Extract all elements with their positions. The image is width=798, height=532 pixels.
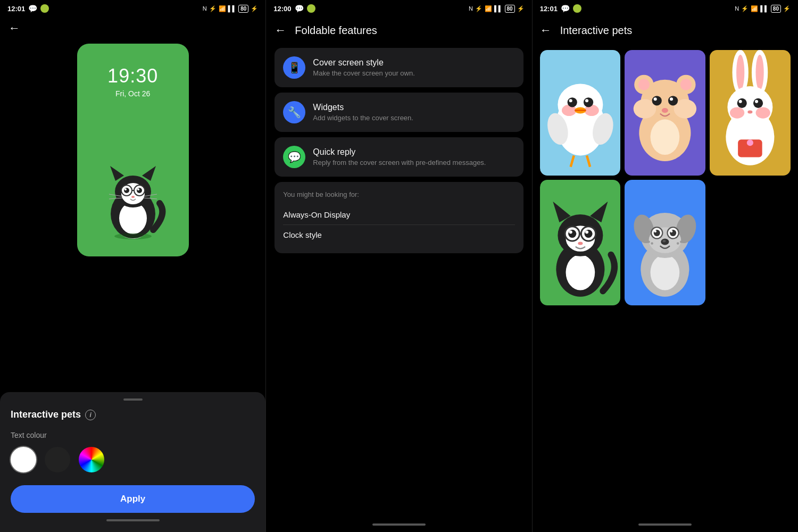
svg-point-74 [585,230,588,234]
pet-hamster[interactable] [625,50,705,176]
status-icons-1: N ⚡ 📶 ▌▌ 80 ⚡ [203,5,259,13]
msg-icon-2: 💬 [295,4,304,13]
svg-point-47 [651,119,680,155]
battery-3: 80 [771,5,781,13]
apply-button[interactable]: Apply [11,485,255,513]
svg-point-62 [747,139,753,146]
status-icons-2: N ⚡ 📶 ▌▌ 80 ⚡ [469,5,525,13]
back-button-3[interactable]: ← [540,23,552,37]
status-bar-1: 12:01 💬 N ⚡ 📶 ▌▌ 80 ⚡ [0,0,265,17]
quick-reply-icon: 💬 [283,146,305,168]
wifi-icon-1: 📶 [219,5,226,12]
signal-icon-2: ▌▌ [494,5,503,12]
svg-point-19 [114,233,152,239]
colour-rainbow[interactable] [79,447,104,472]
svg-point-51 [736,55,744,90]
signal-icon-3: ▌▌ [760,5,769,12]
pets-grid [540,50,791,305]
status-time-2: 12:00 💬 [273,4,315,13]
svg-point-94 [680,240,683,243]
info-icon[interactable]: i [85,410,96,420]
widgets-icon: 🔧 [283,101,305,123]
svg-marker-6 [142,166,156,181]
android-icon-1 [40,4,49,13]
svg-point-73 [569,230,572,234]
svg-point-9 [124,188,127,190]
bt-icon-3: ⚡ [741,5,749,12]
svg-point-71 [568,230,576,238]
msg-icon-3: 💬 [561,4,570,13]
pet-bird[interactable] [540,50,621,176]
suggestions-box: You might be looking for: Always-On Disp… [275,182,523,253]
svg-point-14 [131,196,135,198]
panel-1: 12:01 💬 N ⚡ 📶 ▌▌ 80 ⚡ ← 19:30 Fri, Oct 2… [0,0,265,532]
svg-point-40 [638,79,650,90]
svg-point-46 [662,108,668,113]
nav-title-3: Interactive pets [560,24,633,37]
time-1: 12:01 [7,5,25,13]
battery-1: 80 [238,5,248,13]
phone-preview: 19:30 Fri, Oct 26 [77,44,189,256]
feature-cover-screen[interactable]: 📱 Cover screen style Make the cover scre… [275,48,523,87]
svg-point-78 [651,255,680,290]
panel-3: 12:01 💬 N ⚡ 📶 ▌▌ 80 ⚡ ← Interactive pets [533,0,798,532]
status-bar-3: 12:01 💬 N ⚡ 📶 ▌▌ 80 ⚡ [533,0,798,17]
nfc-icon-3: N [735,5,739,12]
widgets-subtitle: Add widgets to the cover screen. [313,114,413,122]
cover-screen-icon: 📱 [283,56,305,79]
text-colour-label: Text colour [11,431,255,439]
charging-icon-2: ⚡ [517,5,525,12]
nfc-icon-2: N [469,5,473,12]
svg-point-60 [748,110,753,113]
svg-point-92 [648,240,651,243]
svg-point-91 [651,242,654,245]
feature-quick-reply[interactable]: 💬 Quick reply Reply from the cover scree… [275,137,523,177]
colour-white[interactable] [11,447,36,472]
pet-rabbit[interactable] [710,50,791,176]
phone-time: 19:30 [107,65,158,87]
quick-reply-subtitle: Reply from the cover screen with pre-def… [313,159,486,167]
svg-line-33 [587,155,590,167]
panel2-content: ← Foldable features 📱 Cover screen style… [266,17,531,517]
pet-black-cat[interactable] [540,180,621,305]
colour-options [11,447,255,472]
svg-point-27 [585,99,588,102]
svg-point-57 [753,98,763,108]
svg-point-25 [584,97,593,107]
android-icon-3 [573,4,581,13]
cat-illustration [98,155,168,240]
svg-point-24 [567,97,577,107]
svg-point-72 [584,230,592,238]
time-2: 12:00 [273,5,291,13]
svg-point-43 [668,96,678,105]
suggestion-clock[interactable]: Clock style [283,225,514,245]
status-bar-2: 12:00 💬 N ⚡ 📶 ▌▌ 80 ⚡ [266,0,531,17]
svg-point-54 [730,107,744,118]
svg-point-41 [680,79,692,90]
svg-point-11 [137,188,142,193]
svg-point-76 [578,242,583,245]
svg-point-64 [566,255,595,290]
cover-screen-text: Cover screen style Make the cover screen… [313,58,414,77]
colour-black[interactable] [45,447,70,472]
svg-point-12 [137,188,139,190]
svg-point-45 [670,97,673,101]
back-button-2[interactable]: ← [275,23,286,37]
status-time-3: 12:01 💬 [540,4,581,13]
msg-icon-1: 💬 [28,4,37,13]
phone-date: Fri, Oct 26 [115,89,150,98]
svg-line-32 [570,155,573,167]
back-button-1[interactable]: ← [9,21,20,35]
android-icon-2 [307,4,315,13]
svg-point-59 [755,100,758,103]
cover-screen-subtitle: Make the cover screen your own. [313,69,414,77]
quick-reply-text: Quick reply Reply from the cover screen … [313,147,486,167]
svg-point-53 [728,86,773,128]
svg-point-87 [654,230,657,233]
pet-dog[interactable] [625,180,705,305]
suggestion-aod[interactable]: Always-On Display [283,205,514,225]
cover-screen-title: Cover screen style [313,58,414,68]
wifi-icon-3: 📶 [751,5,758,12]
feature-widgets[interactable]: 🔧 Widgets Add widgets to the cover scree… [275,93,523,132]
charging-icon-1: ⚡ [251,5,258,12]
